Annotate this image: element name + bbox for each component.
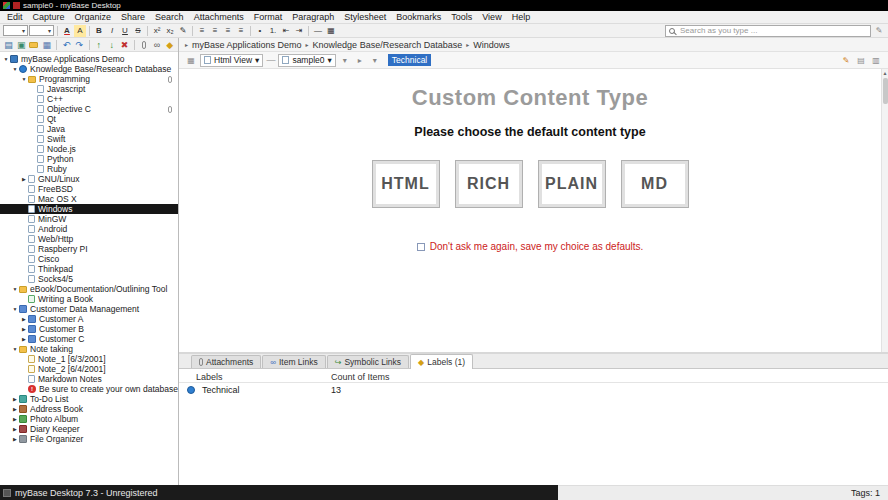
dropdown-icon[interactable]: ▾	[339, 54, 351, 66]
tree-item-photo-album[interactable]: ▶Photo Album	[0, 414, 178, 424]
tab-item-links[interactable]: Item Links	[262, 355, 325, 368]
collapsed-arrow-icon[interactable]: ▶	[11, 404, 19, 414]
table-row[interactable]: Technical13	[179, 383, 888, 396]
tree-item-cisco[interactable]: Cisco	[0, 254, 178, 264]
menu-item-capture[interactable]: Capture	[28, 12, 70, 22]
tree-item-note-2-6-4-2001[interactable]: Note_2 [6/4/2001]	[0, 364, 178, 374]
tree-item-socks4-5[interactable]: Socks4/5	[0, 274, 178, 284]
tree-item-customer-a[interactable]: ▶Customer A	[0, 314, 178, 324]
attach-file-button[interactable]	[139, 39, 150, 51]
collapsed-arrow-icon[interactable]: ▶	[11, 434, 19, 444]
insert-hr-button[interactable]: —	[312, 25, 324, 37]
strikethrough-button[interactable]: S	[132, 25, 144, 37]
tree-item-ebook-documentation-outlining-tool[interactable]: ▼eBook/Documentation/Outlining Tool	[0, 284, 178, 294]
dropdown2-icon[interactable]: ▾	[369, 54, 381, 66]
tree-item-python[interactable]: Python	[0, 154, 178, 164]
tree-item-javascript[interactable]: Javascript	[0, 84, 178, 94]
tree-item-customer-c[interactable]: ▶Customer C	[0, 334, 178, 344]
menu-item-paragraph[interactable]: Paragraph	[287, 12, 339, 22]
align-center-button[interactable]: ≡	[209, 25, 221, 37]
tree-item-markdown-notes[interactable]: Markdown Notes	[0, 374, 178, 384]
grid-view-icon[interactable]: ▦	[185, 54, 197, 66]
tree-item-mac-os-x[interactable]: Mac OS X	[0, 194, 178, 204]
scrollbar-thumb[interactable]	[883, 78, 888, 104]
expanded-arrow-icon[interactable]: ▼	[11, 284, 19, 294]
font-color-button[interactable]: A	[61, 25, 73, 37]
tree-item-c[interactable]: C++	[0, 94, 178, 104]
search-input[interactable]	[678, 25, 867, 36]
italic-button[interactable]: I	[106, 25, 118, 37]
titlebar[interactable]: sample0 - myBase Desktop	[0, 0, 888, 11]
expanded-arrow-icon[interactable]: ▼	[20, 74, 28, 84]
menu-item-stylesheet[interactable]: Stylesheet	[339, 12, 391, 22]
menu-item-attachments[interactable]: Attachments	[189, 12, 249, 22]
tree-item-customer-data-management[interactable]: ▼Customer Data Management	[0, 304, 178, 314]
outdent-button[interactable]: ⇤	[280, 25, 292, 37]
tree-item-to-do-list[interactable]: ▶To-Do List	[0, 394, 178, 404]
view-selector[interactable]: Html View ▾	[200, 54, 263, 67]
menu-item-search[interactable]: Search	[150, 12, 189, 22]
content-scrollbar[interactable]: ▲	[881, 69, 888, 352]
new-note-button[interactable]: ▤	[3, 39, 14, 51]
collapsed-arrow-icon[interactable]: ▶	[11, 414, 19, 424]
content-type-button-html[interactable]: HTML	[373, 161, 439, 207]
collapsed-arrow-icon[interactable]: ▶	[20, 324, 28, 334]
tree-item-thinkpad[interactable]: Thinkpad	[0, 264, 178, 274]
tree-item-be-sure-to-create-your-own-database[interactable]: !Be sure to create your own database	[0, 384, 178, 394]
underline-button[interactable]: U	[119, 25, 131, 37]
edit-note-icon[interactable]: ✎	[840, 54, 852, 66]
collapsed-arrow-icon[interactable]: ▶	[20, 334, 28, 344]
page-view-icon[interactable]: ▤	[855, 54, 867, 66]
tree-item-knowledge-base-research-database[interactable]: ▼Knowledge Base/Research Database	[0, 64, 178, 74]
delete-button[interactable]: ✖	[119, 39, 130, 51]
tree-item-writing-a-book[interactable]: Writing a Book	[0, 294, 178, 304]
tree-item-programming[interactable]: ▼Programming	[0, 74, 178, 84]
align-left-button[interactable]: ≡	[196, 25, 208, 37]
font-family-combo[interactable]: ▾	[3, 25, 28, 36]
menu-item-help[interactable]: Help	[507, 12, 536, 22]
tree-item-freebsd[interactable]: FreeBSD	[0, 184, 178, 194]
insert-link-button[interactable]: ∞	[151, 39, 162, 51]
tree-item-mybase-applications-demo[interactable]: ▼myBase Applications Demo	[0, 54, 178, 64]
tree-item-windows[interactable]: Windows	[0, 204, 178, 214]
superscript-button[interactable]: x²	[151, 25, 163, 37]
breadcrumb-item-windows[interactable]: Windows	[473, 40, 510, 50]
tab-attachments[interactable]: Attachments	[191, 355, 261, 368]
expanded-arrow-icon[interactable]: ▼	[2, 54, 10, 64]
content-type-button-rich[interactable]: RICH	[456, 161, 522, 207]
tree-item-gnu-linux[interactable]: ▶GNU/Linux	[0, 174, 178, 184]
page-split-icon[interactable]: ▥	[870, 54, 882, 66]
font-size-combo[interactable]: ▾	[29, 25, 54, 36]
tree-item-mingw[interactable]: MinGW	[0, 214, 178, 224]
tree-item-android[interactable]: Android	[0, 224, 178, 234]
tree-item-note-1-6-3-2001[interactable]: Note_1 [6/3/2001]	[0, 354, 178, 364]
tree-item-file-organizer[interactable]: ▶File Organizer	[0, 434, 178, 444]
save-button[interactable]: ▦	[41, 39, 52, 51]
open-folder-button[interactable]	[29, 39, 40, 51]
tree-item-ruby[interactable]: Ruby	[0, 164, 178, 174]
label-chip-technical[interactable]: Technical	[388, 54, 431, 66]
format-painter-button[interactable]: ✎	[177, 25, 189, 37]
expanded-arrow-icon[interactable]: ▼	[11, 304, 19, 314]
menu-item-bookmarks[interactable]: Bookmarks	[391, 12, 446, 22]
menu-item-edit[interactable]: Edit	[2, 12, 28, 22]
tree-item-java[interactable]: Java	[0, 124, 178, 134]
breadcrumb-item-knowledge-base-research-database[interactable]: Knowledge Base/Research Database	[313, 40, 463, 50]
bold-button[interactable]: B	[93, 25, 105, 37]
tree-item-diary-keeper[interactable]: ▶Diary Keeper	[0, 424, 178, 434]
menu-item-format[interactable]: Format	[249, 12, 288, 22]
scroll-up-icon[interactable]: ▲	[883, 70, 888, 76]
nav-forward-icon[interactable]: ▸	[354, 54, 366, 66]
search-box[interactable]	[665, 25, 871, 37]
collapsed-arrow-icon[interactable]: ▶	[11, 394, 19, 404]
move-down-button[interactable]: ↓	[106, 39, 117, 51]
tab-symbolic-links[interactable]: Symbolic Links	[327, 355, 409, 368]
menu-item-view[interactable]: View	[477, 12, 506, 22]
tree-item-note-taking[interactable]: ▼Note taking	[0, 344, 178, 354]
expanded-arrow-icon[interactable]: ▼	[11, 64, 19, 74]
tab-labels-1[interactable]: Labels (1)	[410, 354, 473, 369]
numbered-list-button[interactable]: 1.	[267, 25, 279, 37]
tree-item-raspberry-pi[interactable]: Raspberry PI	[0, 244, 178, 254]
menu-item-share[interactable]: Share	[116, 12, 150, 22]
menu-item-tools[interactable]: Tools	[446, 12, 477, 22]
